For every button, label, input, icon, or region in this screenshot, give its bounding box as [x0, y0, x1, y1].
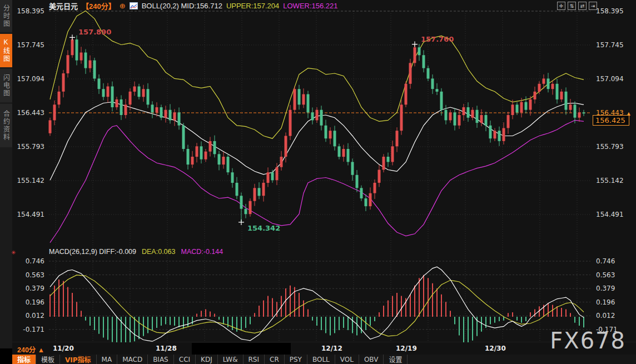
- indicator-tab-5[interactable]: BIAS: [148, 355, 174, 364]
- indicator-tab-0[interactable]: 指标: [12, 355, 36, 364]
- indicator-tab-14[interactable]: OBV: [359, 355, 384, 364]
- indicator-tab-2[interactable]: VIP指标: [60, 355, 97, 364]
- macd-header: MACD(26,12,9) DIFF:-0.009 DEA:0.063 MACD…: [49, 248, 223, 256]
- x-scale-icon[interactable]: ⇄: [578, 2, 587, 10]
- indicator-tab-7[interactable]: KDJ: [196, 355, 218, 364]
- macd-axis-label-left: 0.379: [12, 285, 44, 292]
- macd-axis-label-left: -0.171: [12, 326, 44, 333]
- macd-axis-label-left: 0.563: [12, 271, 44, 279]
- indicator-tab-11[interactable]: PSY: [285, 355, 307, 364]
- macd-diff-label: MACD(26,12,9) DIFF:-0.009: [49, 248, 136, 256]
- sidebar-item-3[interactable]: 合约资料: [0, 104, 12, 147]
- watermark: FX678: [550, 328, 626, 353]
- indicator-tab-6[interactable]: CCI: [174, 355, 196, 364]
- sidebar-item-1[interactable]: K线图: [0, 34, 12, 67]
- chart-icon[interactable]: [130, 2, 138, 9]
- x-axis-label: 11/20: [53, 345, 74, 352]
- y-scale-icon[interactable]: ⇅: [568, 2, 576, 10]
- macd-axis-label-right: 0.563: [596, 271, 615, 279]
- current-price-box: 156.425: [593, 115, 629, 126]
- indicator-tab-1[interactable]: 模板: [36, 355, 60, 364]
- chart-type-sidebar: 分时图K线图闪电图合约资料: [0, 0, 12, 364]
- macd-axis-label-left: 0.012: [12, 312, 44, 320]
- price-axis-label-right: 157.094: [596, 75, 624, 83]
- price-axis-label-left: 155.793: [12, 143, 44, 151]
- indicator-tab-15[interactable]: 设置: [384, 355, 408, 364]
- pan-tool-icon[interactable]: ✛: [557, 2, 565, 10]
- macd-axis-label-right: 0.379: [596, 285, 615, 292]
- boll-lower-label: LOWER:156.221: [283, 2, 337, 10]
- price-axis-label-right: 157.745: [596, 41, 624, 49]
- price-annotation: 157.890: [78, 28, 111, 36]
- price-axis-label-left: 157.094: [12, 75, 44, 83]
- boll-mid-label: BOLL(20,2) MID:156.712: [142, 2, 222, 10]
- price-axis-label-left: 155.142: [12, 177, 44, 185]
- symbol-title: 美元日元: [49, 1, 78, 11]
- price-axis-label-right: 158.395: [596, 7, 624, 15]
- indicator-tab-8[interactable]: LW&: [218, 355, 244, 364]
- x-axis-label: 12/19: [396, 345, 417, 352]
- sidebar-footer-block: [0, 348, 12, 364]
- macd-value-label: MACD:-0.144: [181, 248, 223, 256]
- boll-upper-label: UPPER:157.204: [226, 2, 279, 10]
- x-axis-label: 11/28: [156, 345, 177, 352]
- price-axis-label-left: 156.443: [12, 109, 44, 117]
- price-axis-label-left: 157.745: [12, 41, 44, 49]
- macd-axis-label-left: 0.746: [12, 257, 44, 265]
- chart-header: 美元日元 【240分】 ⊕ BOLL(20,2) MID:156.712 UPP…: [49, 1, 338, 10]
- grid-layer: [12, 11, 636, 342]
- x-axis-label: 12/12: [321, 345, 342, 352]
- chart-toolbar: ✛ ⇅ ⇄ ⇥: [557, 2, 597, 10]
- indicator-tab-3[interactable]: MA: [97, 355, 118, 364]
- macd-axis-label-right: 0.746: [596, 257, 615, 265]
- indicator-tabbar: 指标模板VIP指标MAMACDBIASCCIKDJLW&RSICRPSYBOLL…: [12, 355, 636, 364]
- macd-axis-label-right: 0.012: [596, 312, 615, 320]
- hot-icon[interactable]: ⊕: [120, 2, 126, 10]
- price-axis-label-left: 158.395: [12, 7, 44, 15]
- price-axis-label-left: 154.491: [12, 211, 44, 218]
- indicator-tab-9[interactable]: RSI: [244, 355, 265, 364]
- sidebar-item-0[interactable]: 分时图: [0, 0, 12, 32]
- price-annotation: 154.342: [247, 224, 280, 232]
- indicator-tab-4[interactable]: MACD: [117, 355, 148, 364]
- price-axis-label-right: 155.142: [596, 177, 624, 185]
- price-annotation: 157.760: [421, 35, 454, 43]
- redaction-box: [192, 343, 291, 355]
- candles-layer: [49, 34, 585, 225]
- macd-dea-label: DEA:0.063: [142, 248, 175, 256]
- timeframe-label[interactable]: 【240分】: [82, 1, 116, 11]
- indicator-tab-10[interactable]: CR: [265, 355, 285, 364]
- chart-canvas[interactable]: [0, 0, 636, 364]
- price-axis-label-right: 155.793: [596, 143, 624, 151]
- trading-app-window: 分时图K线图闪电图合约资料 美元日元 【240分】 ⊕ BOLL(20,2) M…: [0, 0, 636, 364]
- sidebar-item-2[interactable]: 闪电图: [0, 69, 12, 102]
- x-axis-label: 12/30: [485, 345, 506, 352]
- macd-layer: [50, 267, 584, 345]
- price-axis-label-right: 154.491: [596, 211, 624, 218]
- macd-axis-label-left: 0.196: [12, 298, 44, 306]
- alert-sun-icon[interactable]: ✳: [11, 250, 16, 256]
- indicator-tab-12[interactable]: BOLL: [307, 355, 335, 364]
- macd-axis-label-right: 0.196: [596, 298, 615, 306]
- go-latest-icon[interactable]: ⇥: [589, 2, 597, 10]
- indicator-tab-13[interactable]: VOL: [335, 355, 359, 364]
